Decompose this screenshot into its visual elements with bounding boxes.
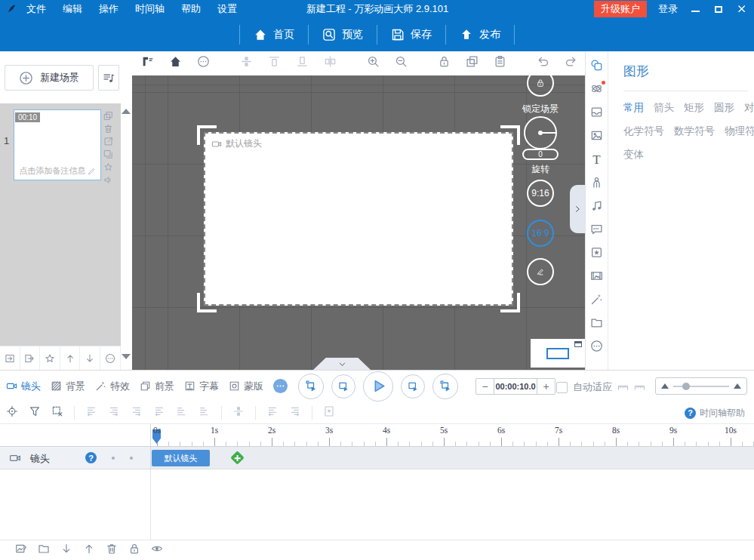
filter-elements-button[interactable] (29, 405, 41, 420)
timeline-zoom-slider[interactable] (655, 377, 747, 395)
stage[interactable]: 默认镜头 (204, 132, 513, 306)
library-tool-button[interactable] (590, 106, 603, 119)
track-option-dot[interactable] (112, 457, 115, 460)
folder-tool-button[interactable] (590, 316, 603, 330)
fit-ruler-icon[interactable] (617, 382, 629, 393)
align-top-button[interactable] (268, 55, 281, 72)
more-scene-options-button[interactable] (100, 346, 121, 371)
zoom-out-handle-icon[interactable] (661, 383, 669, 389)
more-tools-button[interactable] (590, 340, 603, 353)
timeline-ruler[interactable]: 0s1s2s3s4s5s6s7s8s9s10s (151, 424, 754, 446)
locate-playhead-button[interactable] (6, 405, 18, 420)
layer-tab-4[interactable]: 前景 (140, 380, 174, 393)
time-value[interactable]: 00:00:10.0 (494, 379, 537, 394)
new-scene-button[interactable]: 新建场景 (5, 65, 94, 91)
scale-ruler-icon[interactable] (634, 382, 645, 393)
menu-item[interactable]: 帮助 (173, 0, 209, 18)
move-layer-up-button[interactable] (266, 405, 279, 420)
shape-category[interactable]: 变体 (623, 148, 644, 162)
music-tool-button[interactable] (590, 199, 603, 213)
play-current-scene-button[interactable] (331, 374, 355, 398)
layer-tab-3[interactable]: 特效 (95, 380, 130, 393)
align-bottom-button[interactable] (296, 55, 309, 72)
shift-left-button[interactable] (153, 405, 165, 420)
export-scenes-button[interactable] (20, 346, 41, 371)
shape-category[interactable]: 箭头 (654, 101, 674, 115)
zoom-in-button[interactable] (367, 55, 380, 72)
camera-clip[interactable]: 默认镜头 (152, 450, 210, 466)
copy-scene-button[interactable] (103, 111, 113, 121)
callout-tool-button[interactable] (590, 223, 603, 236)
delete-element-button[interactable] (106, 543, 118, 558)
favorite-animation-button[interactable] (323, 405, 335, 420)
play-from-start-button[interactable] (298, 374, 324, 399)
timeline-body[interactable] (0, 469, 754, 540)
maximize-button[interactable] (712, 3, 725, 15)
redo-button[interactable] (565, 55, 577, 72)
shape-category[interactable]: 对话框 (744, 101, 754, 115)
save-button[interactable]: 保存 (377, 18, 445, 51)
minimize-button[interactable] (689, 3, 701, 15)
distribute-vertical-button[interactable] (240, 55, 253, 72)
menu-item[interactable]: 操作 (91, 0, 127, 18)
layer-tab-1[interactable]: 镜头 (6, 380, 41, 393)
shape-category[interactable]: 常用 (623, 101, 644, 115)
minimap[interactable] (531, 339, 585, 368)
lock-track-button[interactable] (128, 543, 140, 558)
insert-scene-button[interactable] (0, 346, 20, 371)
character-tool-button[interactable] (590, 176, 603, 189)
effect-tool-button[interactable] (590, 246, 603, 260)
lock-element-button[interactable] (438, 55, 451, 72)
align-end-button[interactable] (108, 405, 120, 420)
video-tool-button[interactable] (590, 269, 603, 283)
duplicate-scene-button[interactable] (103, 149, 113, 159)
menu-item[interactable]: 时间轴 (127, 0, 173, 18)
zoom-in-handle-icon[interactable] (734, 383, 741, 389)
magic-tool-button[interactable] (590, 293, 603, 306)
prev-scene-button[interactable] (60, 346, 81, 371)
publish-button[interactable]: 发布 (446, 18, 514, 51)
help-icon[interactable]: ? (685, 408, 696, 419)
copy-button[interactable] (466, 55, 479, 72)
zoom-out-button[interactable] (395, 55, 408, 72)
more-layers-button[interactable] (273, 379, 288, 393)
favorite-scenes-button[interactable] (40, 346, 60, 371)
move-element-up-button[interactable] (83, 543, 95, 558)
favorite-scene-button[interactable] (103, 162, 113, 172)
play-element-button[interactable] (401, 374, 425, 398)
shape-category[interactable]: 圆形 (714, 101, 734, 115)
shape-category[interactable]: 数学符号 (674, 125, 715, 138)
canvas[interactable]: 默认镜头 锁定场景 0 旋转 9:16 16:9 (132, 75, 585, 370)
swap-layers-button[interactable] (232, 405, 245, 420)
scene-music-button[interactable] (98, 65, 119, 91)
rotate-dial[interactable] (524, 116, 557, 149)
edit-background-button[interactable] (527, 258, 554, 285)
login-button[interactable]: 登录 (658, 2, 678, 16)
export-scene-button[interactable] (103, 137, 113, 146)
layer-tab-5[interactable]: 字幕 (184, 380, 219, 393)
collapse-tab-button[interactable] (313, 358, 371, 370)
track-help-icon[interactable]: ? (85, 452, 97, 463)
timeline-help-label[interactable]: 时间轴帮助 (700, 407, 745, 420)
next-scene-button[interactable] (80, 346, 100, 371)
add-camera-button[interactable] (230, 451, 244, 464)
shape-category[interactable]: 物理符号 (725, 125, 754, 138)
slider-track[interactable] (673, 386, 729, 387)
slider-handle[interactable] (682, 383, 690, 390)
play-to-end-button[interactable] (432, 374, 458, 399)
align-center-button[interactable] (324, 55, 337, 72)
track-lane[interactable]: 默认镜头 (151, 447, 754, 469)
delete-scene-button[interactable] (103, 124, 113, 134)
scroll-up-icon[interactable] (122, 109, 131, 114)
import-element-button[interactable] (15, 543, 27, 558)
expand-panel-button[interactable] (570, 185, 585, 233)
scene-note[interactable]: 点击添加备注信息 (14, 165, 100, 177)
track-option-dot[interactable] (130, 457, 133, 460)
auto-fit-checkbox[interactable] (556, 382, 568, 393)
layer-tab-2[interactable]: 背景 (51, 380, 85, 393)
shape-category[interactable]: 矩形 (684, 101, 704, 115)
match-duration-button[interactable] (176, 405, 188, 420)
toggle-visibility-button[interactable] (151, 543, 163, 558)
group-elements-button[interactable] (38, 543, 50, 558)
decrease-time-button[interactable]: − (476, 379, 494, 394)
